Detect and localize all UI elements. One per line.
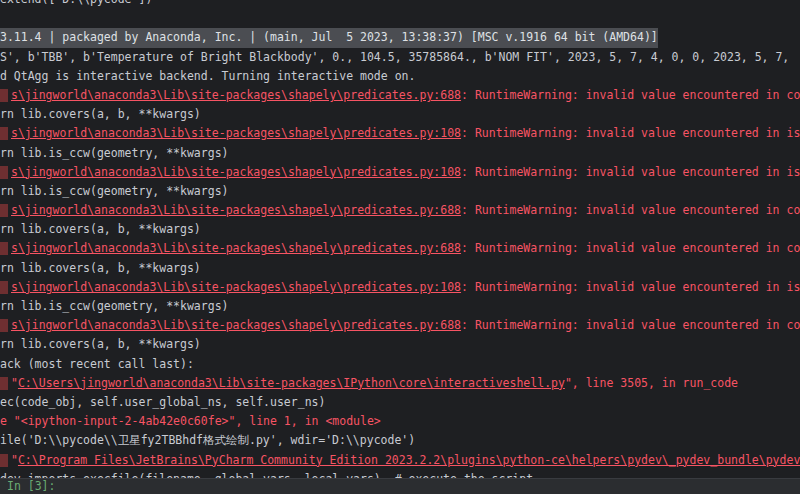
console-text: rn lib.is_ccw(geometry, **kwargs): [0, 299, 228, 313]
console-text: rn lib.covers(a, b, **kwargs): [0, 261, 201, 275]
console-line: "C:\Users\jingworld\anaconda3\Lib\site-p…: [0, 374, 800, 393]
clipped-text-fragment: [0, 204, 8, 217]
file-link[interactable]: s\jingworld\anaconda3\Lib\site-packages\…: [11, 241, 461, 255]
console-line: ec(code_obj, self.user_global_ns, self.u…: [0, 393, 800, 412]
console-line: rn lib.covers(a, b, **kwargs): [0, 220, 800, 239]
file-link[interactable]: s\jingworld\anaconda3\Lib\site-packages\…: [11, 126, 461, 140]
console-line: rn lib.is_ccw(geometry, **kwargs): [0, 297, 800, 316]
console-line: rn lib.covers(a, b, **kwargs): [0, 259, 800, 278]
ipython-prompt[interactable]: In [3]:: [7, 479, 55, 494]
console-line: s\jingworld\anaconda3\Lib\site-packages\…: [0, 124, 800, 143]
file-link[interactable]: s\jingworld\anaconda3\Lib\site-packages\…: [11, 280, 461, 294]
clipped-text-fragment: [0, 281, 8, 294]
console-output: extend(['D:\\pycode'])3.11.4 | packaged …: [0, 0, 800, 489]
console-text: rn lib.covers(a, b, **kwargs): [0, 107, 201, 121]
console-text: rn lib.is_ccw(geometry, **kwargs): [0, 146, 228, 160]
console-text: ec(code_obj, self.user_global_ns, self.u…: [0, 395, 325, 409]
console-line: s\jingworld\anaconda3\Lib\site-packages\…: [0, 201, 800, 220]
console-line: [0, 9, 800, 28]
console-line: rn lib.covers(a, b, **kwargs): [0, 105, 800, 124]
clipped-text-fragment: [0, 319, 8, 332]
console-line: 3.11.4 | packaged by Anaconda, Inc. | (m…: [0, 28, 800, 47]
console-text: ile('D:\\pycode\\卫星fy2TBBhdf格式绘制.py', wd…: [0, 433, 415, 447]
console-text: ": [11, 376, 18, 390]
console-line: s\jingworld\anaconda3\Lib\site-packages\…: [0, 239, 800, 258]
console-text: rn lib.is_ccw(geometry, **kwargs): [0, 184, 228, 198]
clipped-text-fragment: [0, 242, 8, 255]
console-line: S', b'TBB', b'Temperature of Bright Blac…: [0, 48, 800, 67]
console-text: rn lib.covers(a, b, **kwargs): [0, 222, 201, 236]
console-text: extend(['D:\\pycode']): [0, 0, 152, 6]
console-text: : RuntimeWarning: invalid value encounte…: [461, 165, 800, 179]
file-link[interactable]: s\jingworld\anaconda3\Lib\site-packages\…: [11, 203, 461, 217]
console-text: rn lib.covers(a, b, **kwargs): [0, 337, 201, 351]
console-line: ack (most recent call last):: [0, 355, 800, 374]
console-text: e "<ipython-input-2-4ab42e0c60fe>", line…: [0, 414, 381, 428]
console-line: ile('D:\\pycode\\卫星fy2TBBhdf格式绘制.py', wd…: [0, 431, 800, 450]
console-line: rn lib.covers(a, b, **kwargs): [0, 335, 800, 354]
file-link[interactable]: s\jingworld\anaconda3\Lib\site-packages\…: [11, 88, 461, 102]
console-text: : RuntimeWarning: invalid value encounte…: [461, 318, 800, 332]
console-line: d QtAgg is interactive backend. Turning …: [0, 67, 800, 86]
console-text: : RuntimeWarning: invalid value encounte…: [461, 203, 800, 217]
console-line: rn lib.is_ccw(geometry, **kwargs): [0, 144, 800, 163]
clipped-text-fragment: [0, 89, 8, 102]
clipped-text-fragment: [0, 127, 8, 140]
console-text: ": [11, 453, 18, 467]
console-line: "C:\Program Files\JetBrains\PyCharm Comm…: [0, 451, 800, 470]
console-line: e "<ipython-input-2-4ab42e0c60fe>", line…: [0, 412, 800, 431]
console-line: s\jingworld\anaconda3\Lib\site-packages\…: [0, 163, 800, 182]
selected-console-text: 3.11.4 | packaged by Anaconda, Inc. | (m…: [0, 28, 658, 47]
file-link[interactable]: s\jingworld\anaconda3\Lib\site-packages\…: [11, 318, 461, 332]
console-text: : RuntimeWarning: invalid value encounte…: [461, 241, 800, 255]
clipped-text-fragment: [0, 166, 8, 179]
console-line: extend(['D:\\pycode']): [0, 0, 800, 9]
console-line: s\jingworld\anaconda3\Lib\site-packages\…: [0, 278, 800, 297]
file-link[interactable]: C:\Program Files\JetBrains\PyCharm Commu…: [18, 453, 800, 467]
console-text: d QtAgg is interactive backend. Turning …: [0, 69, 415, 83]
prompt-bar: In [3]:: [0, 478, 800, 494]
file-link[interactable]: C:\Users\jingworld\anaconda3\Lib\site-pa…: [18, 376, 565, 390]
clipped-text-fragment: [0, 377, 8, 390]
console-text: : RuntimeWarning: invalid value encounte…: [461, 126, 800, 140]
clipped-text-fragment: [0, 454, 8, 467]
console-line: s\jingworld\anaconda3\Lib\site-packages\…: [0, 86, 800, 105]
console-line: s\jingworld\anaconda3\Lib\site-packages\…: [0, 316, 800, 335]
console-text: : RuntimeWarning: invalid value encounte…: [461, 88, 800, 102]
console-line: rn lib.is_ccw(geometry, **kwargs): [0, 182, 800, 201]
console-pane: extend(['D:\\pycode'])3.11.4 | packaged …: [0, 0, 800, 494]
console-text: : RuntimeWarning: invalid value encounte…: [461, 280, 800, 294]
console-text: ", line 3505, in run_code: [565, 376, 738, 390]
file-link[interactable]: s\jingworld\anaconda3\Lib\site-packages\…: [11, 165, 461, 179]
console-text: S', b'TBB', b'Temperature of Bright Blac…: [0, 50, 789, 64]
console-text: ack (most recent call last):: [0, 357, 194, 371]
